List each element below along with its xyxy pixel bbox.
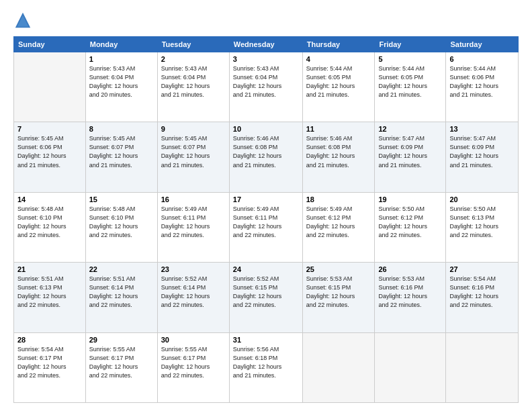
calendar-week-3: 14Sunrise: 5:48 AM Sunset: 6:10 PM Dayli… (14, 192, 519, 262)
day-number: 20 (449, 195, 515, 203)
day-info: Sunrise: 5:48 AM Sunset: 6:10 PM Dayligh… (17, 205, 82, 240)
calendar-cell: 16Sunrise: 5:49 AM Sunset: 6:11 PM Dayli… (157, 192, 229, 262)
day-number: 17 (233, 195, 299, 203)
calendar-cell: 24Sunrise: 5:52 AM Sunset: 6:15 PM Dayli… (229, 263, 302, 332)
calendar-cell: 28Sunrise: 5:54 AM Sunset: 6:17 PM Dayli… (14, 332, 86, 402)
day-number: 4 (306, 55, 371, 63)
day-info: Sunrise: 5:50 AM Sunset: 6:13 PM Dayligh… (449, 205, 515, 240)
day-header-sunday: Sunday (14, 37, 86, 52)
calendar-cell: 21Sunrise: 5:51 AM Sunset: 6:13 PM Dayli… (14, 263, 86, 332)
day-number: 5 (378, 55, 442, 63)
day-number: 12 (378, 125, 442, 133)
calendar-cell: 27Sunrise: 5:54 AM Sunset: 6:16 PM Dayli… (446, 263, 519, 332)
calendar-cell: 13Sunrise: 5:47 AM Sunset: 6:09 PM Dayli… (446, 122, 519, 192)
day-header-wednesday: Wednesday (229, 37, 302, 52)
day-number: 18 (306, 195, 371, 203)
day-number: 2 (161, 55, 226, 63)
day-info: Sunrise: 5:50 AM Sunset: 6:12 PM Dayligh… (378, 205, 442, 240)
day-info: Sunrise: 5:48 AM Sunset: 6:10 PM Dayligh… (89, 205, 154, 240)
day-number: 14 (17, 195, 82, 203)
day-info: Sunrise: 5:49 AM Sunset: 6:12 PM Dayligh… (306, 205, 371, 240)
logo-icon (13, 11, 32, 30)
calendar-cell: 2Sunrise: 5:43 AM Sunset: 6:04 PM Daylig… (157, 52, 229, 122)
calendar-cell: 23Sunrise: 5:52 AM Sunset: 6:14 PM Dayli… (157, 263, 229, 332)
calendar-week-2: 7Sunrise: 5:45 AM Sunset: 6:06 PM Daylig… (14, 122, 519, 192)
calendar-cell (375, 332, 446, 402)
day-number: 15 (89, 195, 154, 203)
day-info: Sunrise: 5:51 AM Sunset: 6:13 PM Dayligh… (17, 275, 82, 310)
day-info: Sunrise: 5:43 AM Sunset: 6:04 PM Dayligh… (233, 64, 299, 99)
day-info: Sunrise: 5:53 AM Sunset: 6:15 PM Dayligh… (306, 275, 371, 310)
day-info: Sunrise: 5:43 AM Sunset: 6:04 PM Dayligh… (161, 64, 226, 99)
day-number: 3 (233, 55, 299, 63)
day-number: 29 (89, 336, 154, 344)
day-info: Sunrise: 5:54 AM Sunset: 6:16 PM Dayligh… (449, 275, 515, 310)
day-number: 10 (233, 125, 299, 133)
calendar-cell: 9Sunrise: 5:45 AM Sunset: 6:07 PM Daylig… (157, 122, 229, 192)
day-info: Sunrise: 5:53 AM Sunset: 6:16 PM Dayligh… (378, 275, 442, 310)
day-info: Sunrise: 5:49 AM Sunset: 6:11 PM Dayligh… (161, 205, 226, 240)
day-number: 19 (378, 195, 442, 203)
calendar-cell: 29Sunrise: 5:55 AM Sunset: 6:17 PM Dayli… (85, 332, 157, 402)
calendar-cell: 18Sunrise: 5:49 AM Sunset: 6:12 PM Dayli… (302, 192, 375, 262)
day-info: Sunrise: 5:44 AM Sunset: 6:05 PM Dayligh… (378, 64, 442, 99)
day-info: Sunrise: 5:47 AM Sunset: 6:09 PM Dayligh… (449, 134, 515, 169)
day-info: Sunrise: 5:46 AM Sunset: 6:08 PM Dayligh… (233, 134, 299, 169)
calendar-cell: 19Sunrise: 5:50 AM Sunset: 6:12 PM Dayli… (375, 192, 446, 262)
calendar-cell: 31Sunrise: 5:56 AM Sunset: 6:18 PM Dayli… (229, 332, 302, 402)
day-number: 28 (17, 336, 82, 344)
calendar-cell: 8Sunrise: 5:45 AM Sunset: 6:07 PM Daylig… (85, 122, 157, 192)
day-number: 8 (89, 125, 154, 133)
day-info: Sunrise: 5:44 AM Sunset: 6:05 PM Dayligh… (306, 64, 371, 99)
calendar-cell (302, 332, 375, 402)
day-info: Sunrise: 5:52 AM Sunset: 6:15 PM Dayligh… (233, 275, 299, 310)
day-number: 13 (449, 125, 515, 133)
day-number: 26 (378, 265, 442, 273)
day-number: 23 (161, 265, 226, 273)
day-info: Sunrise: 5:51 AM Sunset: 6:14 PM Dayligh… (89, 275, 154, 310)
day-header-friday: Friday (375, 37, 446, 52)
day-info: Sunrise: 5:55 AM Sunset: 6:17 PM Dayligh… (89, 345, 154, 380)
calendar-cell: 25Sunrise: 5:53 AM Sunset: 6:15 PM Dayli… (302, 263, 375, 332)
calendar-table: SundayMondayTuesdayWednesdayThursdayFrid… (13, 36, 519, 403)
day-number: 22 (89, 265, 154, 273)
calendar-cell: 4Sunrise: 5:44 AM Sunset: 6:05 PM Daylig… (302, 52, 375, 122)
calendar-cell: 20Sunrise: 5:50 AM Sunset: 6:13 PM Dayli… (446, 192, 519, 262)
calendar-cell: 12Sunrise: 5:47 AM Sunset: 6:09 PM Dayli… (375, 122, 446, 192)
day-info: Sunrise: 5:43 AM Sunset: 6:04 PM Dayligh… (89, 64, 154, 99)
calendar-cell (14, 52, 86, 122)
calendar-week-1: 1Sunrise: 5:43 AM Sunset: 6:04 PM Daylig… (14, 52, 519, 122)
day-info: Sunrise: 5:47 AM Sunset: 6:09 PM Dayligh… (378, 134, 442, 169)
day-info: Sunrise: 5:54 AM Sunset: 6:17 PM Dayligh… (17, 345, 82, 380)
calendar-week-4: 21Sunrise: 5:51 AM Sunset: 6:13 PM Dayli… (14, 263, 519, 332)
day-number: 7 (17, 125, 82, 133)
day-number: 1 (89, 55, 154, 63)
calendar-cell: 17Sunrise: 5:49 AM Sunset: 6:11 PM Dayli… (229, 192, 302, 262)
day-header-saturday: Saturday (446, 37, 519, 52)
day-info: Sunrise: 5:46 AM Sunset: 6:08 PM Dayligh… (306, 134, 371, 169)
day-header-thursday: Thursday (302, 37, 375, 52)
day-info: Sunrise: 5:55 AM Sunset: 6:17 PM Dayligh… (161, 345, 226, 380)
day-header-monday: Monday (85, 37, 157, 52)
calendar-header-row: SundayMondayTuesdayWednesdayThursdayFrid… (14, 37, 519, 52)
calendar-cell: 1Sunrise: 5:43 AM Sunset: 6:04 PM Daylig… (85, 52, 157, 122)
calendar-cell: 10Sunrise: 5:46 AM Sunset: 6:08 PM Dayli… (229, 122, 302, 192)
day-number: 6 (449, 55, 515, 63)
calendar-cell: 26Sunrise: 5:53 AM Sunset: 6:16 PM Dayli… (375, 263, 446, 332)
day-number: 21 (17, 265, 82, 273)
calendar-cell: 14Sunrise: 5:48 AM Sunset: 6:10 PM Dayli… (14, 192, 86, 262)
calendar-cell: 6Sunrise: 5:44 AM Sunset: 6:06 PM Daylig… (446, 52, 519, 122)
day-info: Sunrise: 5:45 AM Sunset: 6:07 PM Dayligh… (161, 134, 226, 169)
day-number: 16 (161, 195, 226, 203)
day-number: 11 (306, 125, 371, 133)
day-number: 27 (449, 265, 515, 273)
calendar-week-5: 28Sunrise: 5:54 AM Sunset: 6:17 PM Dayli… (14, 332, 519, 402)
calendar-cell: 30Sunrise: 5:55 AM Sunset: 6:17 PM Dayli… (157, 332, 229, 402)
day-info: Sunrise: 5:45 AM Sunset: 6:07 PM Dayligh… (89, 134, 154, 169)
day-number: 31 (233, 336, 299, 344)
day-number: 30 (161, 336, 226, 344)
calendar-cell: 5Sunrise: 5:44 AM Sunset: 6:05 PM Daylig… (375, 52, 446, 122)
day-info: Sunrise: 5:56 AM Sunset: 6:18 PM Dayligh… (233, 345, 299, 380)
calendar-cell: 11Sunrise: 5:46 AM Sunset: 6:08 PM Dayli… (302, 122, 375, 192)
day-header-tuesday: Tuesday (157, 37, 229, 52)
